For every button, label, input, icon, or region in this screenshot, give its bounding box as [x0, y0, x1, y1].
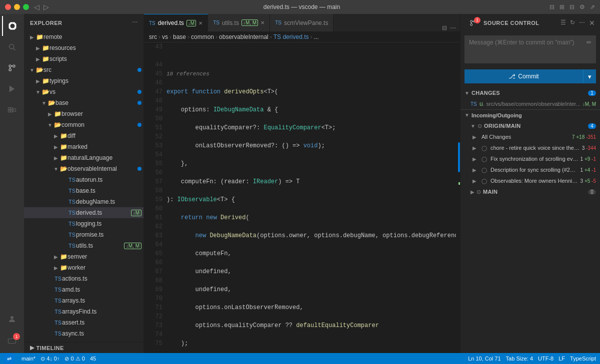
sync-status[interactable]: ⊙ 4↓ 0↑	[40, 356, 60, 362]
arrow-icon: ▼	[34, 89, 42, 95]
grid-icon[interactable]: ⊟	[570, 3, 574, 10]
info-count[interactable]: 45	[90, 356, 96, 362]
more-tabs-icon[interactable]: ⋯	[450, 24, 456, 31]
close-window-button[interactable]	[5, 4, 11, 10]
diff-marker-add	[458, 182, 460, 185]
sidebar-item-browser[interactable]: ▶ 📁 browser	[24, 108, 144, 119]
sidebar-item-natural-language[interactable]: ▶ 📁 naturalLanguage	[24, 152, 144, 163]
sidebar-item-src[interactable]: ▼ 📂 src	[24, 64, 144, 75]
tab-utils[interactable]: TS utils.ts ↓M, M ✕	[208, 14, 270, 31]
sidebar-item-typings[interactable]: ▶ 📁 typings	[24, 75, 144, 86]
main-section-header[interactable]: ▶ ⊙ main 0	[460, 186, 600, 197]
split-icon[interactable]: ⊞	[560, 3, 564, 10]
cursor-position[interactable]: Ln 10, Col 71	[468, 356, 500, 362]
new-file-icon[interactable]: ⋯	[132, 19, 138, 26]
minimize-window-button[interactable]	[14, 4, 20, 10]
commit-button[interactable]: ⎇ Commit	[464, 69, 583, 83]
arrow-icon: ▶	[34, 45, 42, 51]
commit-fix-sync[interactable]: ▶ ◯ Fix synchronization of scrolling eve…	[460, 153, 600, 164]
sidebar-item-marked[interactable]: ▶ 📁 marked	[24, 141, 144, 152]
tab-close-icon[interactable]: ✕	[198, 20, 202, 26]
changes-section-header[interactable]: ▼ Changes 1	[460, 87, 600, 98]
sidebar-item-actions[interactable]: TS actions.ts	[24, 273, 144, 284]
encoding[interactable]: UTF-8	[538, 356, 554, 362]
sidebar-item-base-ts[interactable]: TS base.ts	[24, 185, 144, 196]
timeline-header[interactable]: ▶ TIMELINE	[24, 342, 144, 353]
remote-icon[interactable]: ⇌	[4, 353, 14, 364]
back-icon[interactable]: ◁	[34, 3, 40, 11]
activity-scm[interactable]	[2, 58, 22, 78]
layout-icon[interactable]: ⊟	[550, 3, 554, 10]
sidebar-item-amd[interactable]: TS amd.ts	[24, 284, 144, 295]
breadcrumb-observable[interactable]: observableInternal	[219, 33, 268, 40]
sidebar-item-base[interactable]: ▼ 📂 base	[24, 97, 144, 108]
scm-changed-file-utils[interactable]: TS utils.ts src/vs/base/common/observabl…	[460, 98, 600, 109]
sidebar-item-debugname[interactable]: TS debugName.ts	[24, 196, 144, 207]
sidebar-item-remote[interactable]: ▶ 📁 remote	[24, 31, 144, 42]
commit-message-input[interactable]	[469, 39, 584, 60]
sidebar-item-arrays[interactable]: TS arrays.ts	[24, 295, 144, 306]
settings-icon[interactable]: ⚙	[580, 3, 585, 10]
all-changes-item[interactable]: ▶ All Changes 7 +18 -351	[460, 131, 600, 142]
sidebar-item-assert[interactable]: TS assert.ts	[24, 317, 144, 328]
sidebar-item-utils[interactable]: TS utils.ts ↓M, M	[24, 240, 144, 251]
sidebar-item-diff[interactable]: ▶ 📁 diff	[24, 130, 144, 141]
scm-message-box[interactable]: ✏	[464, 35, 596, 63]
sidebar-item-observable-internal[interactable]: ▼ 📂 observableInternal	[24, 163, 144, 174]
forward-icon[interactable]: ▷	[44, 3, 49, 11]
tab-scm-view-pane[interactable]: TS scmViewPane.ts	[270, 14, 334, 31]
code-content[interactable]: 18 references export function derivedOpt…	[166, 42, 456, 353]
changes-count: 1	[588, 90, 596, 96]
activity-explorer[interactable]	[2, 16, 22, 36]
scm-list-icon[interactable]: ☰	[560, 19, 566, 27]
incoming-outgoing-header[interactable]: ▼ Incoming/Outgoing	[460, 109, 600, 120]
sidebar-item-derived[interactable]: TS derived.ts ↓M	[24, 207, 144, 218]
scrollbar-thumb[interactable]	[458, 142, 460, 172]
breadcrumb-common[interactable]: common	[191, 33, 214, 40]
sidebar-item-logging[interactable]: TS logging.ts	[24, 218, 144, 229]
commit-observables[interactable]: ▶ ◯ Observables: More owners Henning ...…	[460, 175, 600, 186]
commit-description[interactable]: ▶ ◯ Description for sync scrolling (#209…	[460, 164, 600, 175]
activity-account[interactable]	[2, 309, 22, 329]
tab-size[interactable]: Tab Size: 4	[506, 356, 533, 362]
sidebar-item-scripts[interactable]: ▶ 📁 scripts	[24, 53, 144, 64]
language-mode[interactable]: TypeScript	[570, 356, 596, 362]
eol[interactable]: LF	[558, 356, 565, 362]
sidebar-item-common[interactable]: ▼ 📂 common	[24, 119, 144, 130]
scm-more-icon[interactable]: ⋯	[579, 19, 585, 27]
breadcrumb-derived[interactable]: TS derived.ts	[274, 33, 309, 40]
sidebar-item-worker[interactable]: ▶ 📁 worker	[24, 262, 144, 273]
sidebar-item-resources[interactable]: ▶ 📁 resources	[24, 42, 144, 53]
origin-main-header[interactable]: ▼ ⊙ origin/main 4	[460, 120, 600, 131]
sidebar-item-vs[interactable]: ▼ 📂 vs	[24, 86, 144, 97]
commit-dropdown-button[interactable]: ▾	[583, 69, 596, 83]
breadcrumb-base[interactable]: base	[173, 33, 186, 40]
branch-status[interactable]: main*	[22, 356, 36, 362]
activity-debug[interactable]	[2, 79, 22, 99]
sidebar-item-autorun[interactable]: TS autorun.ts	[24, 174, 144, 185]
activity-remote[interactable]: 1	[2, 331, 22, 351]
activity-extensions[interactable]	[2, 100, 22, 120]
tab-derived[interactable]: TS derived.ts ↓M ✕	[144, 14, 208, 31]
origin-label: origin/main	[484, 123, 588, 129]
split-editor-icon[interactable]: ⊟	[442, 24, 447, 31]
tab-close-icon[interactable]: ✕	[260, 20, 264, 25]
external-icon[interactable]: ⇗	[590, 3, 595, 10]
description-label: Description for sync scrolling (#2090...	[490, 167, 578, 173]
breadcrumb-vs[interactable]: vs	[162, 33, 168, 40]
section-arrow-icon: ▼	[470, 123, 476, 129]
breadcrumb-more[interactable]: ...	[314, 33, 318, 40]
scm-close-button[interactable]: ✕	[589, 19, 595, 27]
maximize-window-button[interactable]	[23, 4, 29, 10]
sidebar-item-arrays-find[interactable]: TS arraysFind.ts	[24, 306, 144, 317]
commit-chore[interactable]: ▶ ◯ chore - retire quick voice since the…	[460, 142, 600, 153]
sidebar-item-promise[interactable]: TS promise.ts	[24, 229, 144, 240]
breadcrumb-src[interactable]: src	[149, 33, 157, 40]
mod-badge: ↓M, M	[124, 243, 142, 249]
activity-search[interactable]	[2, 37, 22, 57]
ts-prefix: TS	[213, 20, 220, 25]
scm-refresh-icon[interactable]: ↻	[570, 19, 575, 27]
sidebar-item-semver[interactable]: ▶ 📁 semver	[24, 251, 144, 262]
incoming-outgoing-label: Incoming/Outgoing	[472, 112, 596, 118]
sidebar-item-async[interactable]: TS async.ts	[24, 328, 144, 339]
